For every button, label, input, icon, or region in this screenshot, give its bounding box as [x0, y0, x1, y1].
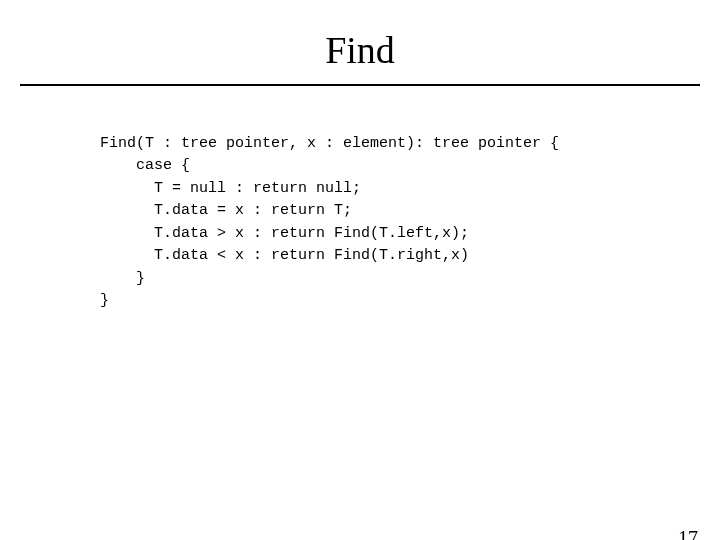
code-line: }	[100, 270, 145, 287]
code-line: T.data > x : return Find(T.left,x);	[100, 225, 469, 242]
page-number: 17	[678, 527, 698, 540]
code-line: }	[100, 292, 109, 309]
slide-title: Find	[0, 28, 720, 72]
code-line: case {	[100, 157, 190, 174]
code-line: T.data = x : return T;	[100, 202, 352, 219]
code-line: T.data < x : return Find(T.right,x)	[100, 247, 469, 264]
code-line: Find(T : tree pointer, x : element): tre…	[100, 135, 559, 152]
code-block: Find(T : tree pointer, x : element): tre…	[100, 110, 720, 313]
title-divider	[20, 84, 700, 86]
code-line: T = null : return null;	[100, 180, 361, 197]
slide: Find Find(T : tree pointer, x : element)…	[0, 28, 720, 540]
